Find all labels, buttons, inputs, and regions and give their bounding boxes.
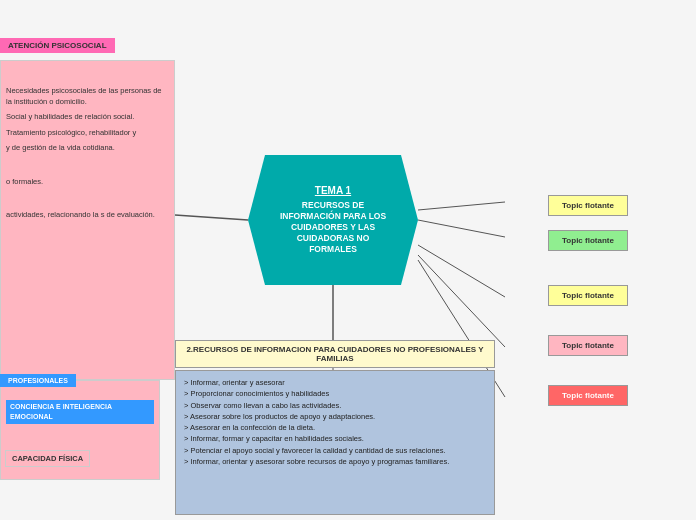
detail-item-8: > Informar, orientar y asesorar sobre re… [184, 456, 486, 467]
left-panel: Necesidades psicosociales de las persona… [0, 60, 175, 380]
left-header: ATENCIÓN PSICOSOCIAL [0, 38, 115, 53]
central-topic: TEMA 1 RECURSOS DE INFORMACIÓN PARA LOS … [248, 155, 418, 285]
svg-line-5 [418, 245, 505, 297]
bottom-left-header: PROFESIONALES [0, 374, 76, 387]
svg-line-6 [418, 255, 505, 347]
floating-topic-3: Topic flotante [548, 285, 628, 306]
floating-topic-4: Topic flotante [548, 335, 628, 356]
detail-item-5: > Asesorar en la confección de la dieta. [184, 422, 486, 433]
floating-topic-1: Topic flotante [548, 195, 628, 216]
floating-topic-2: Topic flotante [548, 230, 628, 251]
detail-item-7: > Potenciar el apoyo social y favorecer … [184, 445, 486, 456]
left-item-2: Social y habilidades de relación social. [6, 112, 169, 123]
left-item-6: actividades, relacionando la s de evalua… [6, 210, 169, 221]
left-item-4: y de gestión de la vida cotidiana. [6, 143, 169, 154]
sub-header: CONCIENCIA E INTELIGENCIA EMOCIONAL [6, 400, 154, 424]
svg-line-0 [175, 215, 248, 220]
detail-box: > Informar, orientar y asesorar > Propor… [175, 370, 495, 515]
svg-line-4 [418, 220, 505, 237]
svg-line-3 [418, 202, 505, 210]
left-item-3: Tratamiento psicológico, rehabilitador y [6, 128, 169, 139]
resource-box-label: 2.RECURSOS DE INFORMACION PARA CUIDADORE… [176, 345, 494, 363]
left-item-1: Necesidades psicosociales de las persona… [6, 86, 169, 107]
detail-item-2: > Proporcionar conocimientos y habilidad… [184, 388, 486, 399]
central-subtitle: RECURSOS DE INFORMACIÓN PARA LOS CUIDADO… [273, 200, 393, 255]
floating-topic-5: Topic flotante [548, 385, 628, 406]
detail-item-6: > Informar, formar y capacitar en habili… [184, 433, 486, 444]
detail-item-1: > Informar, orientar y asesorar [184, 377, 486, 388]
resource-box: 2.RECURSOS DE INFORMACION PARA CUIDADORE… [175, 340, 495, 368]
detail-item-3: > Observar como llevan a cabo las activi… [184, 400, 486, 411]
detail-item-4: > Asesorar sobre los productos de apoyo … [184, 411, 486, 422]
central-title: TEMA 1 [315, 185, 351, 196]
bottom-left-label: CAPACIDAD FÍSICA [5, 450, 90, 467]
left-item-5: o formales. [6, 177, 169, 188]
mind-map-container: ATENCIÓN PSICOSOCIAL Necesidades psicoso… [0, 0, 696, 520]
